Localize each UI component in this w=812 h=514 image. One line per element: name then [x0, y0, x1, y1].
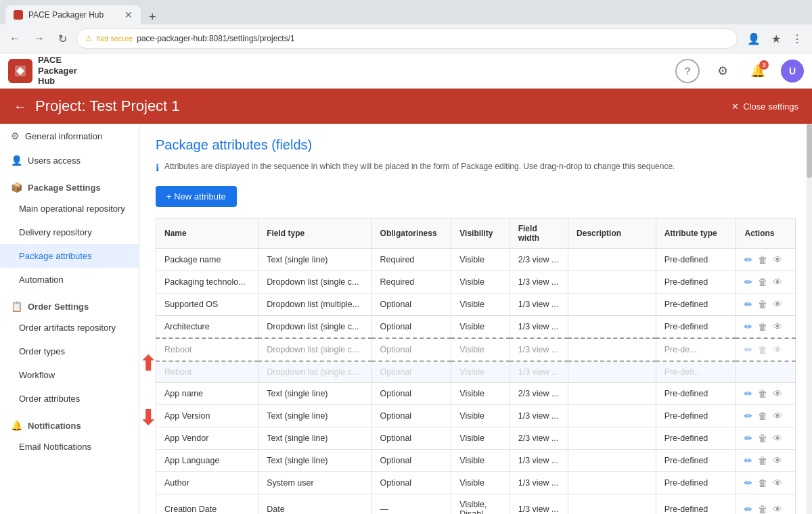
close-settings-button[interactable]: ✕ Close settings — [731, 101, 798, 112]
cell-attribute-type: Pre-defined — [656, 427, 736, 449]
sidebar-item-delivery-repository[interactable]: Delivery repository — [0, 220, 139, 244]
edit-icon[interactable]: ✏ — [744, 254, 752, 265]
view-icon[interactable]: 👁 — [773, 277, 782, 287]
cell-attribute-type: Pre-defined — [656, 494, 736, 514]
edit-icon[interactable]: ✏ — [744, 388, 752, 399]
table-row-ghost: RebootDropdown list (single c...Optional… — [156, 361, 796, 383]
bookmark-icon[interactable]: ★ — [767, 30, 785, 48]
close-icon: ✕ — [731, 101, 739, 112]
profile-icon[interactable]: 👤 — [743, 30, 765, 48]
cell-description — [568, 315, 656, 338]
view-icon[interactable]: 👁 — [773, 433, 782, 444]
action-icons: ✏ 🗑 👁 — [744, 455, 787, 466]
new-tab-button[interactable]: + — [143, 10, 162, 24]
cell-actions: ✏ 🗑 👁 — [736, 404, 796, 427]
delete-icon[interactable]: 🗑 — [758, 411, 767, 421]
order-settings-icon: 📋 — [11, 301, 22, 312]
edit-icon[interactable]: ✏ — [744, 411, 752, 421]
delete-icon[interactable]: 🗑 — [758, 455, 767, 466]
table-header-row: Name Field type Obligatoriness Visibilit… — [156, 218, 796, 248]
sidebar-item-main-operational-repository[interactable]: Main operational repository — [0, 197, 139, 220]
delete-icon[interactable]: 🗑 — [758, 277, 767, 287]
edit-icon[interactable]: ✏ — [744, 277, 752, 287]
edit-icon[interactable]: ✏ — [744, 344, 752, 355]
cell-field-type: Text (single line) — [258, 404, 371, 427]
edit-icon[interactable]: ✏ — [744, 433, 752, 444]
edit-icon[interactable]: ✏ — [744, 455, 752, 466]
cell-actions: ✏ 🗑 👁 — [736, 271, 796, 293]
app-header: PACE Packager Hub ? ⚙ 🔔 3 U — [0, 53, 812, 89]
help-button[interactable]: ? — [675, 59, 700, 83]
back-button[interactable]: ← — [5, 30, 24, 47]
delete-icon[interactable]: 🗑 — [758, 321, 767, 332]
th-field-type: Field type — [258, 218, 371, 248]
cell-name: App Version — [156, 404, 258, 427]
sidebar-item-general-information[interactable]: ⚙ General information — [0, 124, 139, 148]
action-icons: ✏ 🗑 👁 — [744, 504, 787, 514]
cell-name: Author — [156, 471, 258, 494]
new-attribute-button[interactable]: + New attribute — [156, 186, 237, 207]
sidebar-label-order-attributes: Order attributes — [19, 394, 80, 404]
view-icon[interactable]: 👁 — [773, 504, 782, 514]
settings-gear-button[interactable]: ⚙ — [710, 59, 735, 83]
scrollbar-thumb[interactable] — [807, 124, 812, 178]
delete-icon[interactable]: 🗑 — [758, 299, 767, 310]
delete-icon[interactable]: 🗑 — [758, 388, 767, 399]
cell-attribute-type: Pre-defined — [656, 382, 736, 404]
security-warning-text: Not secure — [97, 34, 133, 43]
user-avatar[interactable]: U — [781, 60, 804, 83]
view-icon[interactable]: 👁 — [773, 321, 782, 332]
table-row: Creation DateDate—Visible, Disabl...1/3 … — [156, 494, 796, 514]
delete-icon[interactable]: 🗑 — [758, 504, 767, 514]
sidebar-label-main-operational-repository: Main operational repository — [19, 204, 125, 214]
sidebar-item-order-artifacts-repository[interactable]: Order artifacts repository — [0, 316, 139, 340]
sidebar-item-workflow[interactable]: Workflow — [0, 363, 139, 387]
delete-icon[interactable]: 🗑 — [758, 254, 767, 265]
cell-field-type: Text (single line) — [258, 427, 371, 449]
drag-arrows: ⬆ ⬇ — [139, 354, 153, 428]
view-icon[interactable]: 👁 — [773, 299, 782, 310]
delete-icon[interactable]: 🗑 — [758, 344, 767, 355]
delete-icon[interactable]: 🗑 — [758, 433, 767, 444]
view-icon[interactable]: 👁 — [773, 344, 782, 355]
cell-name: App Language — [156, 449, 258, 471]
view-icon[interactable]: 👁 — [773, 455, 782, 466]
cell-obligatoriness: Optional — [371, 427, 451, 449]
edit-icon[interactable]: ✏ — [744, 321, 752, 332]
view-icon[interactable]: 👁 — [773, 254, 782, 265]
action-icons: ✏ 🗑 👁 — [744, 321, 787, 332]
edit-icon[interactable]: ✏ — [744, 504, 752, 514]
tab-close-button[interactable]: ✕ — [125, 9, 133, 20]
edit-icon[interactable]: ✏ — [744, 299, 752, 310]
scrollbar-track[interactable] — [807, 124, 812, 514]
cell-obligatoriness: Optional — [371, 471, 451, 494]
page-back-button[interactable]: ← — [14, 99, 27, 114]
cell-field-width: 1/3 view ... — [510, 471, 568, 494]
cell-visibility: Visible — [451, 248, 510, 271]
cell-field-width: 1/3 view ... — [510, 338, 568, 361]
cell-description — [568, 338, 656, 361]
forward-button[interactable]: → — [30, 30, 49, 47]
view-icon[interactable]: 👁 — [773, 388, 782, 399]
package-settings-icon: 📦 — [11, 182, 22, 193]
address-bar[interactable]: ⚠ Not secure pace-packager-hub:8081/sett… — [76, 28, 738, 49]
ghost-cell-attribute_type: Pre-defi... — [656, 361, 736, 383]
reload-button[interactable]: ↻ — [54, 30, 71, 48]
cell-attribute-type: Pre-de... — [656, 338, 736, 361]
sidebar-item-package-attributes[interactable]: Package attributes — [0, 244, 139, 268]
delete-icon[interactable]: 🗑 — [758, 477, 767, 488]
sidebar-item-order-attributes[interactable]: Order attributes — [0, 387, 139, 411]
sidebar-item-automation[interactable]: Automation — [0, 268, 139, 291]
edit-icon[interactable]: ✏ — [744, 477, 752, 488]
view-icon[interactable]: 👁 — [773, 477, 782, 488]
cell-field-type: Text (single line) — [258, 248, 371, 271]
cell-field-type: System user — [258, 471, 371, 494]
settings-icon[interactable]: ⋮ — [788, 30, 807, 48]
sidebar-item-order-types[interactable]: Order types — [0, 340, 139, 363]
th-description: Description — [568, 218, 656, 248]
sidebar-item-email-notifications[interactable]: Email Notifications — [0, 435, 139, 459]
cell-name: Package name — [156, 248, 258, 271]
view-icon[interactable]: 👁 — [773, 411, 782, 421]
sidebar-item-users-access[interactable]: 👤 Users access — [0, 148, 139, 172]
browser-tab-active[interactable]: PACE Packager Hub ✕ — [5, 5, 141, 24]
